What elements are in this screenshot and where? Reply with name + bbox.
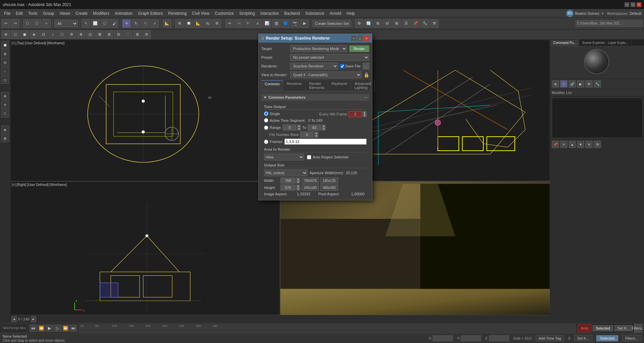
tb2-btn-7[interactable]: ⬡ bbox=[58, 30, 66, 39]
menu-civil-view[interactable]: Civil View bbox=[190, 10, 212, 16]
menu-animation[interactable]: Animation bbox=[112, 10, 135, 16]
select-move-button[interactable]: ✛ bbox=[122, 19, 131, 28]
extra-tools-7[interactable]: 📌 bbox=[411, 19, 420, 28]
dialog-minimize-button[interactable]: ─ bbox=[351, 36, 357, 41]
width-input[interactable] bbox=[280, 178, 296, 184]
left-btn-1[interactable]: 🔲 bbox=[1, 41, 9, 49]
tb2-btn-11[interactable]: ⊠ bbox=[95, 30, 104, 39]
range-from-input[interactable] bbox=[283, 125, 296, 131]
menu-substance[interactable]: Substance bbox=[303, 10, 327, 16]
prev-frame-pb-button[interactable]: ⏪ bbox=[38, 325, 45, 332]
set-key-button[interactable]: Set K... bbox=[614, 325, 633, 331]
left-btn-6[interactable]: ⊕ bbox=[1, 92, 9, 100]
maxscript-mini[interactable]: MAXScript Mini bbox=[1, 324, 28, 332]
left-btn-5[interactable]: ◻ bbox=[1, 76, 9, 84]
rp-config-btn[interactable]: ⚙ bbox=[594, 141, 601, 148]
height-up[interactable]: ▲ bbox=[296, 185, 300, 188]
range-radio[interactable] bbox=[264, 126, 268, 130]
view-to-render-select[interactable]: Quad 4 - Camera001 bbox=[290, 71, 362, 78]
link-button[interactable]: ⬡ bbox=[23, 19, 32, 28]
tb2-btn-12[interactable]: ⊞ bbox=[105, 30, 113, 39]
tab-render-elements[interactable]: Render Elements bbox=[306, 80, 328, 91]
filters-button[interactable]: Filters... bbox=[634, 324, 643, 333]
extra-tools-3[interactable]: ⊞ bbox=[374, 19, 382, 28]
render-setup-button[interactable]: 📷 bbox=[291, 19, 300, 28]
format-select[interactable]: PAL (video) bbox=[264, 169, 308, 176]
menu-arnold[interactable]: Arnold bbox=[327, 10, 344, 16]
pivot-button[interactable]: ⊕ bbox=[175, 19, 184, 28]
paint-select-button[interactable]: 🖌 bbox=[110, 19, 118, 28]
timeline-ruler[interactable]: 10 50 100 150 200 210 220 230 240 bbox=[78, 324, 576, 333]
rp-utilities-btn[interactable]: 🔧 bbox=[594, 80, 601, 88]
range-to-input[interactable] bbox=[308, 125, 321, 131]
save-file-checkbox[interactable] bbox=[340, 64, 344, 68]
minimize-button[interactable]: ─ bbox=[625, 2, 629, 7]
scale-button[interactable]: ⤡ bbox=[141, 19, 150, 28]
viewport-top[interactable]: [+] [Top] [User Defined] [Wireframe] bbox=[10, 40, 280, 181]
width-down[interactable]: ▼ bbox=[296, 181, 300, 184]
align-view-button[interactable]: ⊢ bbox=[244, 19, 253, 28]
tb2-btn-1[interactable]: ⊕ bbox=[1, 30, 10, 39]
bind-button[interactable]: ≈ bbox=[42, 19, 51, 28]
tab-advanced-lighting[interactable]: Advanced Lighting bbox=[351, 80, 375, 91]
tb2-btn-14[interactable]: ⋮ bbox=[123, 30, 132, 39]
tb2-btn-9[interactable]: ⊕ bbox=[76, 30, 85, 39]
range-to-up[interactable]: ▲ bbox=[322, 125, 326, 128]
menu-create[interactable]: Create bbox=[73, 10, 90, 16]
menu-tools[interactable]: Tools bbox=[25, 10, 40, 16]
select-region-button[interactable]: ⬜ bbox=[91, 19, 100, 28]
filters-status-button[interactable]: Filters... bbox=[622, 335, 641, 341]
frames-radio[interactable] bbox=[264, 140, 268, 144]
menu-rendering[interactable]: Rendering bbox=[165, 10, 189, 16]
preset-select[interactable]: No preset selected bbox=[290, 54, 369, 61]
tb2-btn-15[interactable]: ≣ bbox=[133, 30, 142, 39]
extra-tools-8[interactable]: 🔧 bbox=[421, 19, 429, 28]
rp-create-btn[interactable]: ⊕ bbox=[552, 80, 559, 88]
width-up[interactable]: ▲ bbox=[296, 178, 300, 181]
z-input[interactable] bbox=[489, 335, 509, 341]
align-button[interactable]: ⊣ bbox=[234, 19, 243, 28]
selected-button[interactable]: Selected bbox=[596, 335, 618, 341]
left-btn-10[interactable]: ⊠ bbox=[1, 134, 9, 142]
menu-views[interactable]: Views bbox=[57, 10, 73, 16]
go-start-button[interactable]: ⏮ bbox=[30, 325, 37, 332]
play-button[interactable]: ▶ bbox=[46, 325, 53, 332]
maximize-button[interactable]: □ bbox=[631, 2, 635, 7]
menu-backend[interactable]: Backend bbox=[281, 10, 303, 16]
select-button[interactable]: ↖ bbox=[82, 19, 90, 28]
extra-tools-6[interactable]: ☰ bbox=[402, 19, 411, 28]
left-btn-4[interactable]: ○ bbox=[1, 67, 9, 75]
left-btn-9[interactable]: ◈ bbox=[1, 126, 9, 134]
every-nth-up[interactable]: ▲ bbox=[363, 111, 367, 114]
file-number-down[interactable]: ▼ bbox=[314, 135, 318, 138]
left-btn-2[interactable]: ⊞ bbox=[1, 50, 9, 58]
frames-input[interactable] bbox=[284, 139, 367, 145]
size-preset-1[interactable]: 768x576 bbox=[302, 178, 319, 184]
range-from-up[interactable]: ▲ bbox=[297, 125, 301, 128]
snap-toggle-button[interactable]: 🔲 bbox=[184, 19, 193, 28]
tb2-btn-3[interactable]: ◼ bbox=[20, 30, 29, 39]
add-time-tag-button[interactable]: Add Time Tag bbox=[536, 335, 564, 341]
dialog-close-button[interactable]: ✕ bbox=[364, 36, 369, 41]
x-input[interactable] bbox=[433, 335, 453, 341]
percent-snap-button[interactable]: % bbox=[203, 19, 212, 28]
tb2-btn-10[interactable]: ◎ bbox=[86, 30, 95, 39]
unlink-button[interactable]: ⬡ bbox=[33, 19, 41, 28]
next-frame-pb-button[interactable]: ⏩ bbox=[62, 325, 69, 332]
size-preset-4[interactable]: 480x360 bbox=[320, 185, 338, 191]
tb2-btn-16[interactable]: ⚙ bbox=[142, 30, 151, 39]
rp-display-btn[interactable]: 👁 bbox=[585, 80, 593, 88]
tb2-btn-13[interactable]: ⊟ bbox=[114, 30, 123, 39]
go-end-button[interactable]: ⏭ bbox=[70, 325, 77, 332]
target-select[interactable]: Production Rendering Mode bbox=[290, 45, 347, 52]
rp-move-up-btn[interactable]: ▲ bbox=[569, 141, 576, 148]
rp-move-down-btn[interactable]: ▼ bbox=[577, 141, 584, 148]
size-preset-2[interactable]: 180x135 bbox=[320, 178, 338, 184]
size-preset-3[interactable]: 240x180 bbox=[302, 185, 319, 191]
y-input[interactable] bbox=[461, 335, 481, 341]
nav-cube[interactable] bbox=[584, 49, 611, 76]
close-button[interactable]: ✕ bbox=[637, 2, 641, 7]
tb2-btn-5[interactable]: ⊡ bbox=[39, 30, 48, 39]
rp-delete-btn[interactable]: ✕ bbox=[585, 141, 593, 148]
rp-modify-btn[interactable]: ⬡ bbox=[560, 80, 568, 88]
